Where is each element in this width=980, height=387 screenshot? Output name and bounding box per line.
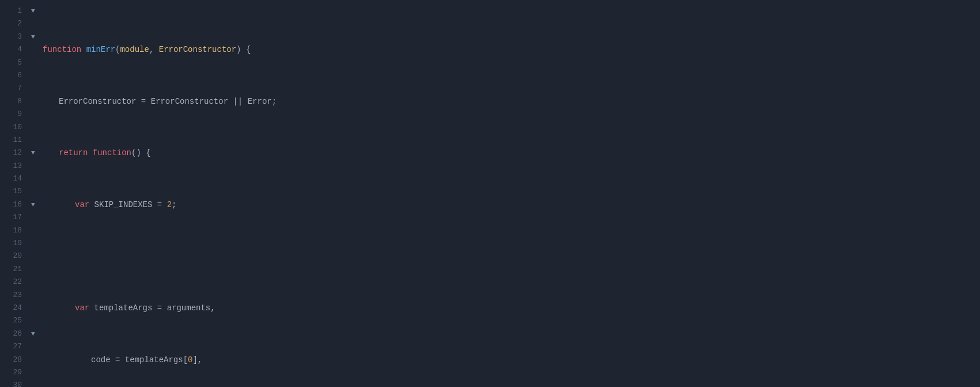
line-num-19: 19 (7, 237, 22, 250)
fold-5 (31, 57, 36, 69)
fold-4 (31, 43, 36, 56)
fold-29 (31, 366, 36, 379)
line-num-14: 14 (7, 172, 22, 185)
line-num-16: 16 (7, 198, 22, 211)
fold-21 (31, 263, 36, 276)
line-num-12: 12 (7, 146, 22, 159)
line-num-7: 7 (7, 82, 22, 95)
fold-6 (31, 69, 36, 82)
line-num-4: 4 (7, 43, 22, 56)
line-num-9: 9 (7, 108, 22, 121)
code-line-1: function minErr(module, ErrorConstructor… (43, 43, 975, 56)
fold-22 (31, 276, 36, 288)
line-num-22: 22 (7, 276, 22, 288)
fold-19 (31, 237, 36, 250)
fold-14 (31, 172, 36, 185)
line-num-6: 6 (7, 69, 22, 82)
line-numbers: 1 2 3 4 5 6 7 8 9 10 11 12 13 14 15 16 1… (0, 5, 29, 387)
fold-3[interactable]: ▼ (31, 31, 36, 43)
fold-17 (31, 211, 36, 224)
fold-26[interactable]: ▼ (31, 328, 36, 340)
code-line-6: var templateArgs = arguments, (43, 302, 975, 314)
line-num-11: 11 (7, 134, 22, 146)
code-line-3: return function() { (43, 146, 975, 159)
code-content: function minErr(module, ErrorConstructor… (38, 5, 980, 387)
line-num-20: 20 (7, 250, 22, 262)
fold-18 (31, 224, 36, 237)
fold-2 (31, 17, 36, 30)
fold-indicators: ▼ ▼ ▼ ▼ ▼ (29, 5, 38, 387)
line-num-24: 24 (7, 302, 22, 314)
fold-7 (31, 82, 36, 95)
line-num-2: 2 (7, 17, 22, 30)
fold-27 (31, 340, 36, 353)
fold-11 (31, 134, 36, 146)
fold-25 (31, 314, 36, 327)
line-num-10: 10 (7, 121, 22, 134)
fold-1[interactable]: ▼ (31, 5, 36, 17)
fold-9 (31, 108, 36, 121)
fold-13 (31, 160, 36, 172)
code-line-5 (43, 250, 975, 262)
code-line-4: var SKIP_INDEXES = 2; (43, 198, 975, 211)
fold-15 (31, 185, 36, 198)
fold-30 (31, 379, 36, 387)
line-num-23: 23 (7, 289, 22, 302)
line-num-3: 3 (7, 31, 22, 43)
fold-10 (31, 121, 36, 134)
fold-16[interactable]: ▼ (31, 198, 36, 211)
fold-20 (31, 250, 36, 262)
line-num-13: 13 (7, 160, 22, 172)
line-num-30: 30 (7, 379, 22, 387)
line-num-5: 5 (7, 57, 22, 69)
line-num-18: 18 (7, 224, 22, 237)
fold-12[interactable]: ▼ (31, 146, 36, 159)
line-num-25: 25 (7, 314, 22, 327)
line-num-21: 21 (7, 263, 22, 276)
fold-24 (31, 302, 36, 314)
fold-23 (31, 289, 36, 302)
line-num-1: 1 (7, 5, 22, 17)
fold-28 (31, 354, 36, 366)
fold-8 (31, 95, 36, 108)
line-num-28: 28 (7, 354, 22, 366)
line-num-27: 27 (7, 340, 22, 353)
line-num-17: 17 (7, 211, 22, 224)
line-num-26: 26 (7, 328, 22, 340)
code-line-2: ErrorConstructor = ErrorConstructor || E… (43, 95, 975, 108)
line-num-15: 15 (7, 185, 22, 198)
code-line-7: code = templateArgs[0], (43, 354, 975, 366)
line-num-29: 29 (7, 366, 22, 379)
line-num-8: 8 (7, 95, 22, 108)
code-editor: 1 2 3 4 5 6 7 8 9 10 11 12 13 14 15 16 1… (0, 0, 980, 387)
